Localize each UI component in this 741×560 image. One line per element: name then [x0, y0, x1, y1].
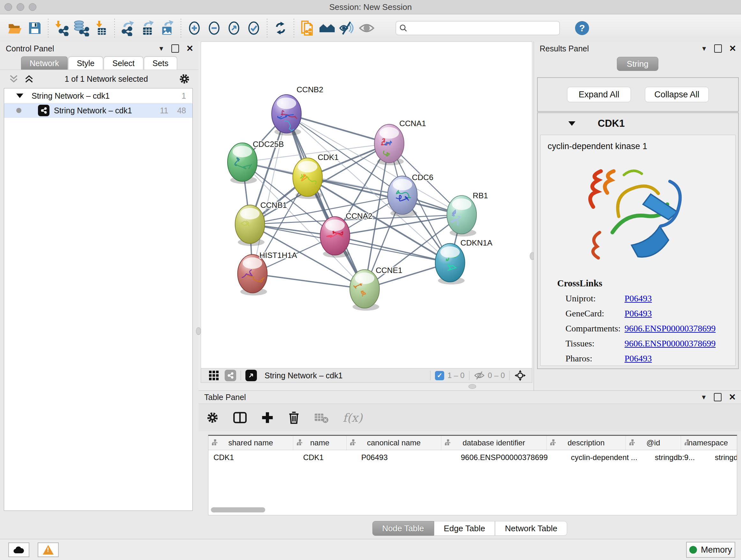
network-collection-row[interactable]: String Network – cdk1 1 — [4, 88, 192, 103]
panel-close-icon[interactable]: ✕ — [729, 44, 736, 53]
gear-icon[interactable] — [179, 73, 190, 84]
scrollbar-thumb[interactable] — [211, 507, 265, 512]
crosslink-tissues[interactable]: 9606.ENSP00000378699 — [624, 338, 716, 349]
cloud-services-button[interactable] — [8, 543, 29, 557]
table-options-gear-icon[interactable] — [206, 411, 219, 424]
crosslink-uniprot[interactable]: P06493 — [624, 294, 652, 304]
save-session-button[interactable] — [26, 20, 43, 37]
network-node-hist1h1a[interactable]: HIST1H1A — [238, 251, 297, 296]
warnings-button[interactable] — [38, 543, 59, 557]
panel-menu-icon[interactable]: ▼ — [701, 45, 708, 52]
bottom-splitter-handle[interactable] — [468, 384, 476, 389]
crosslink-pharos[interactable]: P06493 — [624, 354, 652, 364]
crosslink-label: GeneCard: — [565, 308, 624, 319]
import-network-from-file-button[interactable] — [53, 20, 70, 37]
table-panel-title: Table Panel — [204, 393, 246, 402]
hidden-elements-icon[interactable] — [474, 371, 485, 380]
column-header-id[interactable]: @id — [626, 436, 681, 450]
tab-edge-table[interactable]: Edge Table — [434, 521, 495, 536]
export-image-icon — [159, 20, 176, 36]
tab-select[interactable]: Select — [104, 57, 143, 70]
panel-close-icon[interactable]: ✕ — [729, 393, 736, 401]
search-icon — [399, 24, 408, 32]
column-header-canonical-name[interactable]: canonical name — [347, 436, 441, 450]
column-header-name[interactable]: name — [293, 436, 347, 450]
selected-nodes-checkbox[interactable]: ✓ — [435, 371, 444, 380]
zoom-selected-button[interactable] — [246, 20, 262, 37]
export-image-button[interactable] — [159, 20, 176, 37]
panel-close-icon[interactable]: ✕ — [186, 44, 193, 53]
open-in-browser-icon[interactable] — [246, 370, 257, 381]
search-input[interactable] — [410, 23, 556, 33]
panel-float-icon[interactable] — [714, 393, 722, 401]
table-header-row: shared name name canonical name database… — [208, 436, 737, 450]
tab-network-table[interactable]: Network Table — [495, 521, 567, 536]
string-view-icon[interactable] — [225, 370, 236, 381]
network-node-ccna2[interactable]: CCNA2 — [320, 212, 373, 257]
network-node-ccne1[interactable]: CCNE1 — [350, 266, 402, 311]
crosslink-label: Uniprot: — [565, 294, 624, 304]
column-header-description[interactable]: description — [547, 436, 626, 450]
collapse-entry-icon[interactable] — [568, 121, 576, 126]
cloud-icon — [13, 546, 24, 554]
memory-button[interactable]: Memory — [686, 542, 735, 558]
network-node-ccnb1[interactable]: CCNB1 — [235, 201, 287, 246]
network-node-cdkn1a[interactable]: CDKN1A — [435, 239, 493, 284]
table-toolbar: f(x) — [199, 403, 741, 431]
add-column-icon[interactable] — [261, 411, 274, 424]
home-networks-button[interactable] — [319, 20, 335, 37]
results-tab-string[interactable]: String — [617, 57, 658, 71]
table-panel: Table Panel ▼ ✕ — [199, 390, 741, 539]
export-network-button[interactable] — [120, 20, 136, 37]
network-row[interactable]: String Network – cdk1 11 48 — [4, 103, 192, 118]
panel-float-icon[interactable] — [714, 44, 722, 53]
import-network-from-database-button[interactable] — [73, 20, 90, 37]
network-node-ccnb2[interactable]: CCNB2 — [272, 85, 323, 135]
network-node-rb1[interactable]: RB1 — [447, 191, 488, 237]
network-node-ccna1[interactable]: CCNA1 — [374, 119, 426, 165]
column-header-namespace[interactable]: namespace — [681, 436, 735, 450]
crosslink-compartments[interactable]: 9606.ENSP00000378699 — [624, 323, 716, 334]
birds-eye-view-icon[interactable] — [514, 369, 526, 381]
table-horizontal-scrollbar[interactable] — [211, 507, 734, 512]
show-all-graphics-button[interactable] — [358, 20, 375, 37]
help-button[interactable]: ? — [575, 21, 589, 35]
open-folder-icon — [7, 20, 23, 36]
refresh-button[interactable] — [272, 20, 289, 37]
network-node-cdc6[interactable]: CDC6 — [388, 173, 433, 217]
tab-style[interactable]: Style — [68, 57, 104, 70]
crosslink-genecard[interactable]: P06493 — [624, 308, 652, 319]
tree-expand-icon[interactable] — [16, 94, 23, 98]
clone-network-button[interactable] — [299, 20, 316, 37]
result-node-description: cyclin-dependent kinase 1 — [548, 141, 735, 151]
column-header-shared-name[interactable]: shared name — [208, 436, 293, 450]
collapse-all-icon[interactable] — [9, 74, 18, 83]
table-row[interactable]: CDK1 CDK1 P06493 9606.ENSP00000378699 cy… — [208, 450, 737, 465]
network-canvas[interactable]: CCNB2CCNA1CDC25BCDK1CDC6RB1CCNB1CCNA2CDK… — [201, 42, 532, 369]
zoom-in-button[interactable] — [186, 20, 203, 37]
import-table-from-file-button[interactable] — [93, 20, 110, 37]
node-table: shared name name canonical name database… — [208, 435, 737, 515]
network-node-cdc25b[interactable]: CDC25B — [227, 140, 284, 184]
show-hide-graphics-button[interactable] — [339, 20, 355, 37]
expand-all-icon[interactable] — [24, 74, 34, 83]
network-view: CCNB2CCNA1CDC25BCDK1CDC6RB1CCNB1CCNA2CDK… — [199, 42, 534, 390]
panel-menu-icon[interactable]: ▼ — [701, 394, 707, 401]
open-file-button[interactable] — [7, 20, 23, 37]
fit-content-button[interactable] — [226, 20, 242, 37]
column-header-database-identifier[interactable]: database identifier — [441, 436, 547, 450]
expand-all-button[interactable]: Expand All — [567, 87, 631, 102]
show-columns-icon[interactable] — [233, 411, 247, 424]
tab-network[interactable]: Network — [21, 57, 68, 70]
grid-view-icon[interactable] — [208, 370, 219, 381]
delete-column-icon[interactable] — [288, 411, 300, 424]
export-table-button[interactable] — [139, 20, 156, 37]
left-splitter-handle[interactable] — [196, 327, 201, 335]
panel-menu-icon[interactable]: ▼ — [158, 45, 165, 52]
tab-sets[interactable]: Sets — [144, 57, 177, 70]
collapse-all-button[interactable]: Collapse All — [645, 87, 709, 102]
zoom-out-button[interactable] — [206, 20, 222, 37]
tab-node-table[interactable]: Node Table — [373, 521, 434, 536]
network-graph[interactable]: CCNB2CCNA1CDC25BCDK1CDC6RB1CCNB1CCNA2CDK… — [201, 42, 532, 368]
panel-float-icon[interactable] — [172, 44, 179, 53]
